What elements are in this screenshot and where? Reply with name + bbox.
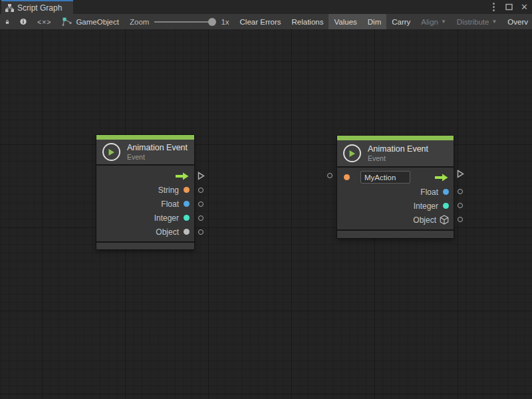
zoom-value: 1x	[221, 18, 229, 26]
node-header[interactable]: Animation Event Event	[96, 140, 194, 164]
code-icon: <×>	[37, 18, 51, 26]
values-button[interactable]: Values	[329, 14, 362, 29]
overview-button[interactable]: Overv	[502, 14, 532, 29]
lock-button[interactable]	[0, 14, 15, 29]
port-label: Integer	[154, 213, 179, 223]
graph-target-label: GameObject	[76, 18, 119, 26]
close-icon[interactable]: ✕	[521, 0, 528, 14]
port-row-float: Float	[337, 185, 454, 199]
port-label: Float	[161, 200, 179, 209]
object-output-port[interactable]	[458, 217, 463, 222]
info-button[interactable]	[15, 14, 32, 29]
zoom-slider-handle[interactable]	[208, 18, 216, 26]
float-port-dot[interactable]	[443, 189, 449, 195]
port-label: Object	[413, 215, 436, 225]
zoom-slider-track	[154, 21, 215, 23]
port-row-object: Object	[337, 213, 454, 227]
distribute-button[interactable]: Distribute ▼	[452, 14, 503, 29]
graph-toolbar: <×> GameObject Zoom 1x Clear Errors R	[0, 14, 532, 29]
window-controls: ✕	[490, 0, 528, 14]
object-output-port[interactable]	[198, 229, 203, 235]
node-body: String Float Integer Object	[96, 166, 194, 241]
float-port-dot[interactable]	[184, 201, 190, 207]
info-icon	[20, 17, 27, 26]
trigger-row	[337, 170, 454, 185]
dim-button[interactable]: Dim	[362, 14, 386, 29]
graph-target[interactable]: GameObject	[57, 14, 124, 29]
flow-out-row	[96, 169, 194, 183]
port-label: Integer	[414, 201, 438, 211]
lock-icon	[5, 18, 9, 26]
zoom-label: Zoom	[130, 18, 149, 26]
play-icon	[343, 144, 361, 162]
node-animation-event-1[interactable]: Animation Event Event String Float	[96, 135, 194, 249]
maximize-icon[interactable]	[505, 3, 513, 11]
graph-canvas[interactable]: Animation Event Event String Float	[0, 29, 532, 399]
node-accent-bar	[337, 136, 454, 140]
distribute-label: Distribute	[457, 18, 489, 26]
align-label: Align	[421, 18, 438, 26]
sitemap-icon	[5, 4, 14, 12]
graph-icon	[62, 17, 72, 26]
clear-errors-button[interactable]: Clear Errors	[235, 14, 287, 29]
flow-output-port[interactable]	[198, 172, 205, 180]
chevron-down-icon: ▼	[491, 19, 497, 25]
node-header[interactable]: Animation Event Event	[337, 140, 454, 166]
node-body: Float Integer Object	[337, 168, 454, 229]
integer-output-port[interactable]	[458, 203, 463, 208]
port-row-integer: Integer	[337, 199, 454, 213]
zoom-control: Zoom 1x	[124, 14, 235, 29]
integer-output-port[interactable]	[198, 215, 203, 221]
tab-script-graph[interactable]: Script Graph	[1, 0, 73, 14]
port-label: Float	[420, 188, 438, 197]
float-output-port[interactable]	[198, 201, 203, 207]
node-subtitle: Event	[368, 154, 428, 163]
object-port-dot[interactable]	[184, 229, 190, 235]
string-output-port[interactable]	[198, 188, 203, 193]
tab-label: Script Graph	[17, 3, 62, 13]
kebab-menu-icon[interactable]	[490, 1, 497, 13]
node-title: Animation Event	[127, 143, 188, 153]
port-row-float: Float	[96, 197, 194, 211]
node-subtitle: Event	[127, 153, 188, 162]
integer-port-dot[interactable]	[184, 215, 190, 221]
port-label: Object	[156, 227, 179, 237]
titlebar: Script Graph ✕	[0, 0, 532, 14]
port-row-object: Object	[96, 225, 194, 239]
cube-icon[interactable]	[440, 215, 449, 225]
flow-arrow-icon	[176, 172, 189, 180]
node-footer	[96, 243, 194, 249]
node-animation-event-2[interactable]: Animation Event Event Float	[337, 136, 454, 238]
trigger-input-port[interactable]	[327, 173, 332, 178]
string-port-dot[interactable]	[184, 187, 190, 193]
port-label: String	[158, 186, 179, 195]
trigger-port-dot[interactable]	[344, 174, 350, 180]
node-accent-bar	[96, 135, 194, 140]
carry-button[interactable]: Carry	[386, 14, 416, 29]
align-button[interactable]: Align ▼	[416, 14, 452, 29]
script-graph-window: Script Graph ✕ <×>	[0, 0, 532, 399]
float-output-port[interactable]	[458, 189, 463, 194]
integer-port-dot[interactable]	[443, 203, 449, 209]
port-row-string: String	[96, 183, 194, 197]
code-view-button[interactable]: <×>	[32, 14, 57, 29]
node-title: Animation Event	[368, 144, 428, 154]
event-name-input[interactable]	[360, 171, 410, 184]
play-icon	[102, 143, 120, 161]
node-footer	[337, 231, 454, 238]
flow-output-port[interactable]	[457, 170, 464, 178]
chevron-down-icon: ▼	[441, 19, 446, 25]
flow-arrow-icon	[435, 174, 448, 182]
zoom-slider[interactable]	[154, 18, 215, 26]
port-row-integer: Integer	[96, 211, 194, 225]
relations-button[interactable]: Relations	[287, 14, 329, 29]
